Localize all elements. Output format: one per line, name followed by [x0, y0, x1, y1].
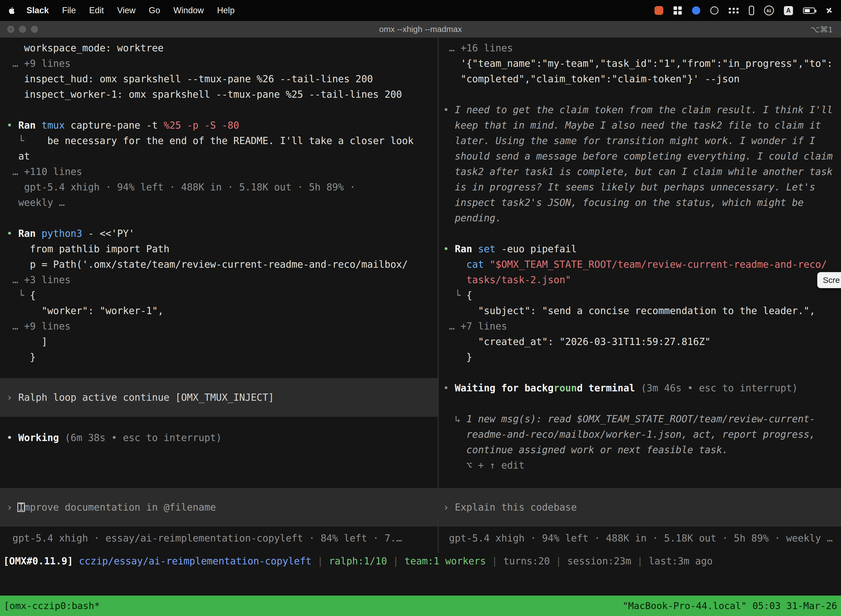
- macos-menubar: Slack FileEditViewGoWindowHelp 61A: [0, 0, 841, 21]
- thinking-text: is in progress? It seems likely but perh…: [443, 179, 841, 195]
- menu-help[interactable]: Help: [217, 6, 235, 15]
- tmux-session-label: [omx-cczip0:bash*: [4, 600, 100, 611]
- text-segment: inspect_hud: omx sparkshell --tmux-pane …: [7, 73, 373, 84]
- text-segment: "created_at": "2026-03-31T11:59:27.816Z": [443, 336, 711, 347]
- ran-command: • Ran set -euo pipefail: [443, 241, 841, 257]
- text-segment: … +110 lines: [7, 166, 82, 177]
- menu-go[interactable]: Go: [149, 6, 160, 15]
- menu-window[interactable]: Window: [173, 6, 204, 15]
- text-segment: gpt-5.4 xhigh · 94% left · 488K in · 5.1…: [443, 532, 833, 544]
- terminal-line: inspect_hud: omx sparkshell --tmux-pane …: [7, 71, 437, 87]
- screen-share-pill[interactable]: Scre: [817, 272, 841, 288]
- text-segment: ⌥ + ↑ edit: [443, 460, 525, 471]
- working-status: • Working (6m 38s • esc to interrupt): [7, 430, 437, 446]
- text-segment: |: [486, 556, 503, 567]
- zoom-button[interactable]: [31, 26, 38, 33]
- text-segment: … +7 lines: [443, 321, 507, 332]
- terminal-line: [443, 365, 841, 380]
- composer-suggestion[interactable]: › Explain this codebase: [439, 488, 841, 527]
- window-titlebar: × omx --xhigh --madmax ⌥⌘1: [0, 21, 841, 38]
- text-segment: ↳: [455, 414, 466, 424]
- text-segment: roun: [554, 383, 577, 393]
- text-segment: p = Path('.omx/state/team/review-current…: [7, 259, 408, 270]
- spacer: [7, 417, 437, 430]
- composer-input[interactable]: › Improve documentation in @filename: [0, 488, 438, 527]
- active-app-name[interactable]: Slack: [26, 6, 49, 15]
- text-segment: }: [443, 352, 472, 363]
- blue-app-icon[interactable]: [692, 6, 700, 15]
- battery-icon[interactable]: [803, 7, 815, 14]
- lens-icon[interactable]: [710, 6, 718, 15]
- text-segment: capture-pane -t: [65, 120, 164, 131]
- text-segment: … +3 lines: [7, 274, 70, 285]
- menu-file[interactable]: File: [62, 6, 76, 15]
- text-segment: |: [550, 556, 567, 567]
- screen-recording-indicator[interactable]: [655, 6, 663, 15]
- minimize-button[interactable]: [19, 26, 26, 33]
- text-segment: "completed","claim_token":"claim-token"}…: [443, 73, 740, 84]
- terminal-line: └ be necessary for the end of the README…: [7, 133, 437, 148]
- thinking-text: pending.: [443, 210, 841, 226]
- text-segment: [73, 556, 79, 567]
- spacer: [7, 365, 437, 378]
- thinking-text: • I need to get the claim token from the…: [443, 102, 841, 117]
- text-segment: ›: [7, 392, 18, 403]
- battery-gauge-icon[interactable]: 61: [764, 6, 774, 15]
- text-segment: I need to get the claim token from the c…: [455, 104, 833, 115]
- right-terminal-pane[interactable]: … +16 lines '{"team_name":"my-team","tas…: [439, 38, 841, 553]
- text-segment: set: [478, 243, 495, 254]
- terminal-line: "subject": "send a concise recommendatio…: [443, 303, 841, 318]
- window-grid-icon[interactable]: [673, 6, 682, 15]
- text-segment: [7, 135, 18, 146]
- text-segment: mprove documentation in @filename: [24, 502, 216, 513]
- terminal-line: workspace_mode: worktree: [7, 40, 437, 56]
- dots-grid-icon[interactable]: [728, 7, 739, 14]
- fan-icon[interactable]: [825, 6, 833, 15]
- ralph-loop-bar: › Ralph loop active continue [OMX_TMUX_I…: [0, 378, 438, 417]
- window-title: omx --xhigh --madmax: [0, 25, 841, 34]
- tmux-host-clock: "MacBook-Pro-44.local" 05:03 31-Mar-26: [623, 600, 837, 611]
- text-segment: … +16 lines: [443, 43, 513, 54]
- text-segment: Ralph loop active continue [OMX_TMUX_INJ…: [18, 392, 274, 403]
- terminal-line: '{"team_name":"my-team","task_id":"1","f…: [443, 56, 841, 71]
- terminal-line: }: [443, 349, 841, 365]
- tmux-status-bar: [omx-cczip0:bash* "MacBook-Pro-44.local"…: [0, 595, 841, 616]
- text-segment: %25 -p -S -80: [164, 120, 239, 131]
- menu-edit[interactable]: Edit: [89, 6, 104, 15]
- text-segment: from pathlib import Path: [7, 243, 169, 254]
- text-segment: ]: [7, 336, 47, 347]
- text-segment: (6m 38s • esc to interrupt): [59, 432, 222, 443]
- text-segment: •: [443, 383, 455, 393]
- terminal-line: at: [7, 148, 437, 164]
- text-segment: Ran: [455, 243, 478, 254]
- terminal-line: "completed","claim_token":"claim-token"}…: [443, 71, 841, 87]
- thinking-text: inspect task2's JSON, focusing on the st…: [443, 195, 841, 210]
- text-segment: at: [7, 151, 30, 162]
- text-segment: •: [7, 432, 18, 443]
- text-segment: ›: [7, 502, 18, 513]
- text-segment: cat: [466, 259, 484, 270]
- close-button[interactable]: ×: [7, 26, 14, 33]
- edit-hint: ⌥ + ↑ edit: [443, 458, 841, 473]
- model-status-line: gpt-5.4 xhigh · 94% left · 488K in · 5.1…: [443, 531, 841, 546]
- text-cursor: I: [18, 502, 24, 513]
- terminal-line: inspect_worker-1: omx sparkshell --tmux-…: [7, 87, 437, 102]
- terminal-line: p = Path('.omx/state/team/review-current…: [7, 257, 437, 272]
- text-segment: ralph:1/10: [329, 556, 387, 567]
- terminal-line: [7, 210, 437, 226]
- terminal-line: … +16 lines: [443, 40, 841, 56]
- input-source-icon[interactable]: A: [784, 6, 793, 15]
- terminal-line: ]: [7, 334, 437, 349]
- terminal-line: … +9 lines: [7, 318, 437, 334]
- apple-menu[interactable]: [8, 7, 15, 14]
- ran-command: • Ran python3 - <<'PY': [7, 226, 437, 241]
- text-segment: [484, 259, 490, 270]
- terminal-line: [443, 87, 841, 102]
- ran-command: • Ran tmux capture-pane -t %25 -p -S -80: [7, 117, 437, 133]
- left-terminal-pane[interactable]: workspace_mode: worktree … +9 lines insp…: [0, 38, 438, 553]
- terminal-window: workspace_mode: worktree … +9 lines insp…: [0, 38, 841, 616]
- menu-view[interactable]: View: [117, 6, 135, 15]
- text-segment: should send a message before completing …: [443, 151, 833, 162]
- iphone-icon[interactable]: [749, 6, 754, 15]
- menubar-menus: FileEditViewGoWindowHelp: [62, 6, 234, 15]
